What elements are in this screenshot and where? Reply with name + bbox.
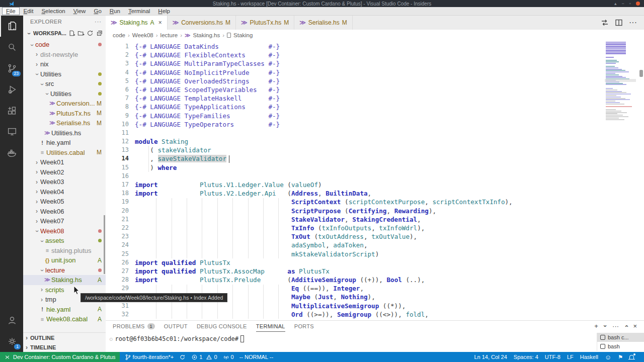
tree-item-nix[interactable]: ›nix — [23, 59, 106, 69]
line-number[interactable]: 6 — [106, 85, 129, 94]
tab-conversions-hs[interactable]: ≫Conversions.hsM — [168, 16, 236, 30]
tree-item-week02[interactable]: ›Week02 — [23, 167, 106, 177]
code-line[interactable]: 14 , saveStakeValidator — [106, 154, 644, 163]
code-line[interactable]: 2{-# LANGUAGE FlexibleContexts #-} — [106, 51, 644, 59]
flag-icon[interactable]: ⚑ — [618, 354, 623, 360]
remote-indicator[interactable]: Dev Container: Custom Cardano & Plutus — [0, 352, 120, 362]
tree-item-hie-yaml[interactable]: !hie.yamlA — [23, 305, 106, 315]
terminal-list-item[interactable]: bash c... — [597, 333, 644, 342]
breadcrumb-item[interactable]: code — [113, 32, 125, 38]
sidebar-scrollbar[interactable] — [104, 215, 105, 274]
code-line[interactable]: 4{-# LANGUAGE NoImplicitPrelude #-} — [106, 68, 644, 77]
tree-item-code[interactable]: ›code — [23, 40, 106, 50]
activity-search-icon[interactable] — [0, 37, 23, 58]
tree-item-staking-hs[interactable]: ≫Staking.hsA — [23, 275, 106, 285]
tree-item-unit-json[interactable]: {}unit.jsonA — [23, 255, 106, 265]
tree-item-week04[interactable]: ›Week04 — [23, 187, 106, 197]
line-number[interactable]: 31 — [106, 302, 129, 310]
line-number[interactable]: 12 — [106, 137, 129, 146]
line-number[interactable]: 20 — [106, 207, 129, 215]
explorer-more-actions-icon[interactable]: ··· — [95, 19, 102, 25]
line-number[interactable]: 28 — [106, 276, 129, 284]
tree-item-week05[interactable]: ›Week05 — [23, 197, 106, 207]
maximize-window-button[interactable]: ▫ — [629, 1, 631, 6]
code-line[interactable]: 13 ( stakeValidator — [106, 146, 644, 154]
line-col-status[interactable]: Ln 14, Col 24 — [474, 354, 507, 360]
activity-docker-icon[interactable] — [0, 142, 23, 163]
code-line[interactable]: 5{-# LANGUAGE OverloadedStrings #-} — [106, 77, 644, 85]
tab-serialise-hs[interactable]: ≫Serialise.hsM — [294, 16, 353, 30]
activity-source-control-icon[interactable]: 23 — [0, 58, 23, 79]
indentation-status[interactable]: Spaces: 4 — [514, 354, 538, 360]
code-line[interactable]: 10{-# LANGUAGE TypeOperators #-} — [106, 120, 644, 129]
editor-more-actions-icon[interactable]: ··· — [629, 18, 637, 27]
menu-run[interactable]: Run — [106, 7, 124, 15]
code-line[interactable]: 28import PlutusTx.Prelude (AdditiveSemig… — [106, 276, 644, 284]
line-number[interactable]: 32 — [106, 310, 129, 319]
breadcrumb-item[interactable]: lecture — [160, 32, 178, 38]
line-number[interactable]: 25 — [106, 250, 129, 258]
activity-run-and-debug-icon[interactable] — [0, 79, 23, 100]
panel-tab-output[interactable]: OUTPUT — [164, 321, 188, 332]
code-line[interactable]: 1{-# LANGUAGE DataKinds #-} — [106, 42, 644, 51]
line-number[interactable]: 11 — [106, 129, 129, 137]
terminal-dropdown-icon[interactable]: › — [601, 325, 609, 327]
outline-section[interactable]: › OUTLINE — [23, 333, 106, 342]
new-terminal-icon[interactable]: + — [594, 322, 598, 330]
line-number[interactable]: 16 — [106, 172, 129, 180]
code-line[interactable]: 3{-# LANGUAGE MultiParamTypeClasses #-} — [106, 59, 644, 68]
split-editor-icon[interactable] — [615, 19, 623, 27]
activity-account-icon[interactable] — [0, 310, 23, 331]
shade-window-button[interactable]: ▴ — [614, 1, 617, 6]
vim-mode-indicator[interactable]: -- NORMAL -- — [239, 354, 273, 360]
tree-item-serialise-hs[interactable]: ≫Serialise.hsM — [23, 118, 106, 128]
line-number[interactable]: 1 — [106, 42, 129, 51]
open-changes-icon[interactable] — [601, 19, 609, 27]
problems-status[interactable]: 1 0 — [191, 354, 217, 360]
activity-remote-explorer-icon[interactable] — [0, 121, 23, 142]
line-number[interactable]: 21 — [106, 215, 129, 224]
terminal-list-item[interactable]: bash — [597, 342, 644, 351]
new-folder-icon[interactable] — [77, 30, 85, 37]
tree-item-week08-cabal[interactable]: ≡Week08.cabalA — [23, 314, 106, 324]
code-editor[interactable]: 1{-# LANGUAGE DataKinds #-}2{-# LANGUAGE… — [106, 41, 644, 320]
code-line[interactable]: 18import Plutus.V2.Ledger.Api (Address, … — [106, 189, 644, 198]
line-number[interactable]: 26 — [106, 258, 129, 267]
minimap[interactable] — [605, 42, 636, 137]
activity-extensions-icon[interactable] — [0, 100, 23, 121]
line-number[interactable]: 8 — [106, 103, 129, 111]
code-line[interactable]: 9{-# LANGUAGE TypeFamilies #-} — [106, 112, 644, 120]
editor-scrollbar[interactable] — [639, 70, 643, 77]
terminal-view[interactable]: ○ root@6f03b6b45c01:/workspace/code# — [106, 332, 644, 342]
line-number[interactable]: 15 — [106, 163, 129, 172]
close-panel-icon[interactable]: × — [633, 322, 637, 330]
menu-go[interactable]: Go — [90, 7, 105, 15]
timeline-section[interactable]: › TIMELINE — [23, 342, 106, 352]
line-number[interactable]: 9 — [106, 112, 129, 120]
workspace-section-header[interactable]: › WORKSPA... — [23, 28, 106, 39]
tree-item-utilities[interactable]: ›Utilities — [23, 89, 106, 99]
sync-status[interactable] — [179, 354, 186, 360]
code-line[interactable]: 6{-# LANGUAGE ScopedTypeVariables #-} — [106, 85, 644, 94]
close-window-button[interactable] — [636, 2, 640, 6]
menu-edit[interactable]: Edit — [20, 7, 38, 15]
activity-settings-icon[interactable]: 1 — [0, 331, 23, 352]
eol-status[interactable]: LF — [567, 354, 574, 360]
panel-more-actions-icon[interactable]: ··· — [612, 322, 619, 330]
collapse-all-icon[interactable] — [96, 30, 103, 37]
panel-tab-terminal[interactable]: TERMINAL — [256, 321, 285, 332]
tree-item-plutustx-hs[interactable]: ≫PlutusTx.hsM — [23, 109, 106, 119]
menu-file[interactable]: File — [2, 7, 20, 15]
breadcrumb-item[interactable]: Week08 — [132, 32, 153, 38]
code-line[interactable]: 26import qualified PlutusTx — [106, 258, 644, 267]
line-number[interactable]: 7 — [106, 94, 129, 103]
code-line[interactable]: 16 — [106, 172, 644, 180]
code-line[interactable]: 17import Plutus.V1.Ledger.Value (valueOf… — [106, 180, 644, 189]
code-line[interactable]: 12module Staking — [106, 137, 644, 146]
line-number[interactable]: 19 — [106, 198, 129, 206]
tree-item-week08[interactable]: ›Week08 — [23, 226, 106, 236]
breadcrumb-item[interactable]: Staking — [233, 32, 253, 38]
tree-item-week01[interactable]: ›Week01 — [23, 157, 106, 167]
tree-item-assets[interactable]: ›assets — [23, 236, 106, 246]
panel-tab-problems[interactable]: PROBLEMS1 — [113, 321, 155, 332]
